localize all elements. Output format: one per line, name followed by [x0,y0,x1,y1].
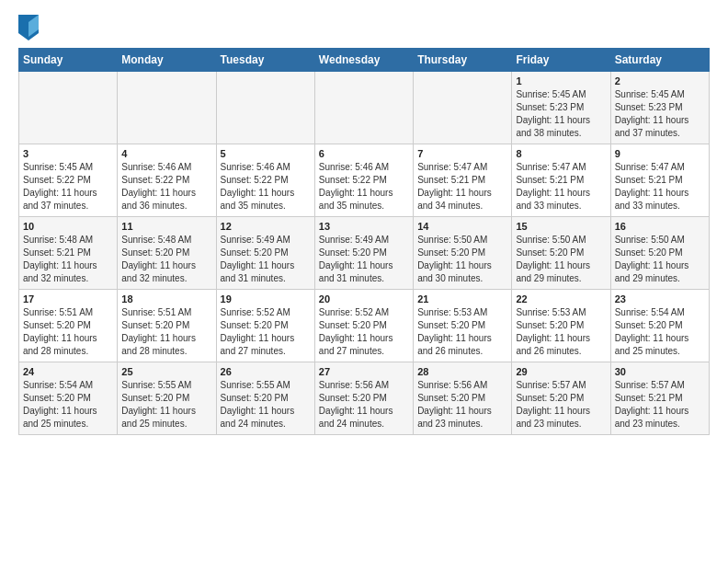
week-row-1: 1Sunrise: 5:45 AMSunset: 5:23 PMDaylight… [19,72,710,144]
calendar-cell: 7Sunrise: 5:47 AMSunset: 5:21 PMDaylight… [414,144,512,217]
calendar-cell: 17Sunrise: 5:51 AMSunset: 5:20 PMDayligh… [19,290,118,362]
day-number: 30 [615,366,705,377]
page: SundayMondayTuesdayWednesdayThursdayFrid… [0,0,728,454]
day-info: Sunrise: 5:46 AMSunset: 5:22 PMDaylight:… [319,161,409,213]
header-day-tuesday: Tuesday [216,49,314,72]
calendar-cell: 3Sunrise: 5:45 AMSunset: 5:22 PMDaylight… [19,144,118,217]
day-number: 2 [615,75,705,86]
day-info: Sunrise: 5:52 AMSunset: 5:20 PMDaylight:… [221,306,311,358]
day-info: Sunrise: 5:56 AMSunset: 5:20 PMDaylight:… [417,379,507,431]
calendar-cell: 10Sunrise: 5:48 AMSunset: 5:21 PMDayligh… [19,217,118,290]
day-info: Sunrise: 5:55 AMSunset: 5:20 PMDaylight:… [221,379,311,431]
header-row: SundayMondayTuesdayWednesdayThursdayFrid… [19,49,710,72]
day-info: Sunrise: 5:48 AMSunset: 5:20 PMDaylight:… [121,234,211,285]
calendar-cell: 26Sunrise: 5:55 AMSunset: 5:20 PMDayligh… [216,362,314,435]
day-number: 22 [516,293,606,304]
day-number: 1 [516,75,606,86]
day-number: 7 [417,148,507,159]
day-number: 9 [615,148,705,159]
calendar-cell [118,72,216,144]
day-info: Sunrise: 5:48 AMSunset: 5:21 PMDaylight:… [23,234,113,285]
day-info: Sunrise: 5:47 AMSunset: 5:21 PMDaylight:… [615,161,705,213]
calendar-cell [314,72,413,144]
day-info: Sunrise: 5:55 AMSunset: 5:20 PMDaylight:… [121,379,211,431]
day-info: Sunrise: 5:46 AMSunset: 5:22 PMDaylight:… [121,161,211,213]
calendar-cell [19,72,118,144]
day-info: Sunrise: 5:54 AMSunset: 5:20 PMDaylight:… [615,306,705,358]
calendar-cell: 1Sunrise: 5:45 AMSunset: 5:23 PMDaylight… [512,72,610,144]
logo-icon [18,15,39,40]
day-info: Sunrise: 5:45 AMSunset: 5:23 PMDaylight:… [516,88,606,140]
calendar-cell: 20Sunrise: 5:52 AMSunset: 5:20 PMDayligh… [314,290,413,362]
calendar-cell: 23Sunrise: 5:54 AMSunset: 5:20 PMDayligh… [610,290,709,362]
day-info: Sunrise: 5:57 AMSunset: 5:20 PMDaylight:… [516,379,606,431]
header-day-sunday: Sunday [19,49,118,72]
day-number: 13 [319,221,409,232]
day-number: 4 [121,148,211,159]
day-info: Sunrise: 5:47 AMSunset: 5:21 PMDaylight:… [516,161,606,213]
calendar-cell: 27Sunrise: 5:56 AMSunset: 5:20 PMDayligh… [314,362,413,435]
calendar-cell [216,72,314,144]
calendar-cell: 25Sunrise: 5:55 AMSunset: 5:20 PMDayligh… [118,362,216,435]
day-number: 21 [417,293,507,304]
day-info: Sunrise: 5:50 AMSunset: 5:20 PMDaylight:… [417,234,507,285]
calendar-cell: 6Sunrise: 5:46 AMSunset: 5:22 PMDaylight… [314,144,413,217]
calendar-cell: 21Sunrise: 5:53 AMSunset: 5:20 PMDayligh… [414,290,512,362]
calendar-cell: 11Sunrise: 5:48 AMSunset: 5:20 PMDayligh… [118,217,216,290]
calendar-cell: 24Sunrise: 5:54 AMSunset: 5:20 PMDayligh… [19,362,118,435]
day-number: 28 [417,366,507,377]
day-number: 29 [516,366,606,377]
day-info: Sunrise: 5:45 AMSunset: 5:22 PMDaylight:… [23,161,113,213]
day-number: 8 [516,148,606,159]
day-info: Sunrise: 5:51 AMSunset: 5:20 PMDaylight:… [23,306,113,358]
day-info: Sunrise: 5:47 AMSunset: 5:21 PMDaylight:… [417,161,507,213]
day-info: Sunrise: 5:49 AMSunset: 5:20 PMDaylight:… [221,234,311,285]
calendar-cell: 12Sunrise: 5:49 AMSunset: 5:20 PMDayligh… [216,217,314,290]
calendar-cell: 4Sunrise: 5:46 AMSunset: 5:22 PMDaylight… [118,144,216,217]
day-number: 5 [221,148,311,159]
week-row-3: 10Sunrise: 5:48 AMSunset: 5:21 PMDayligh… [19,217,710,290]
calendar-cell: 9Sunrise: 5:47 AMSunset: 5:21 PMDaylight… [610,144,709,217]
calendar-cell: 13Sunrise: 5:49 AMSunset: 5:20 PMDayligh… [314,217,413,290]
day-info: Sunrise: 5:53 AMSunset: 5:20 PMDaylight:… [516,306,606,358]
week-row-4: 17Sunrise: 5:51 AMSunset: 5:20 PMDayligh… [19,290,710,362]
calendar-cell: 22Sunrise: 5:53 AMSunset: 5:20 PMDayligh… [512,290,610,362]
header-day-wednesday: Wednesday [314,49,413,72]
day-info: Sunrise: 5:57 AMSunset: 5:21 PMDaylight:… [615,379,705,431]
header-day-friday: Friday [512,49,610,72]
day-number: 3 [23,148,113,159]
calendar-cell: 15Sunrise: 5:50 AMSunset: 5:20 PMDayligh… [512,217,610,290]
week-row-2: 3Sunrise: 5:45 AMSunset: 5:22 PMDaylight… [19,144,710,217]
day-info: Sunrise: 5:56 AMSunset: 5:20 PMDaylight:… [319,379,409,431]
logo [18,15,40,40]
day-info: Sunrise: 5:49 AMSunset: 5:20 PMDaylight:… [319,234,409,285]
day-number: 26 [221,366,311,377]
day-number: 15 [516,221,606,232]
day-info: Sunrise: 5:50 AMSunset: 5:20 PMDaylight:… [615,234,705,285]
day-info: Sunrise: 5:46 AMSunset: 5:22 PMDaylight:… [221,161,311,213]
day-info: Sunrise: 5:50 AMSunset: 5:20 PMDaylight:… [516,234,606,285]
day-number: 27 [319,366,409,377]
header-day-monday: Monday [118,49,216,72]
calendar-cell: 14Sunrise: 5:50 AMSunset: 5:20 PMDayligh… [414,217,512,290]
calendar-cell: 16Sunrise: 5:50 AMSunset: 5:20 PMDayligh… [610,217,709,290]
calendar-cell: 8Sunrise: 5:47 AMSunset: 5:21 PMDaylight… [512,144,610,217]
calendar-cell: 2Sunrise: 5:45 AMSunset: 5:23 PMDaylight… [610,72,709,144]
calendar-cell: 5Sunrise: 5:46 AMSunset: 5:22 PMDaylight… [216,144,314,217]
day-number: 12 [221,221,311,232]
day-number: 25 [121,366,211,377]
day-number: 23 [615,293,705,304]
day-number: 6 [319,148,409,159]
day-info: Sunrise: 5:54 AMSunset: 5:20 PMDaylight:… [23,379,113,431]
day-info: Sunrise: 5:53 AMSunset: 5:20 PMDaylight:… [417,306,507,358]
calendar-cell: 28Sunrise: 5:56 AMSunset: 5:20 PMDayligh… [414,362,512,435]
calendar-table: SundayMondayTuesdayWednesdayThursdayFrid… [18,48,710,435]
day-number: 19 [221,293,311,304]
header-day-saturday: Saturday [610,49,709,72]
calendar-cell [414,72,512,144]
day-info: Sunrise: 5:52 AMSunset: 5:20 PMDaylight:… [319,306,409,358]
day-number: 14 [417,221,507,232]
day-number: 11 [121,221,211,232]
calendar-cell: 29Sunrise: 5:57 AMSunset: 5:20 PMDayligh… [512,362,610,435]
day-number: 20 [319,293,409,304]
